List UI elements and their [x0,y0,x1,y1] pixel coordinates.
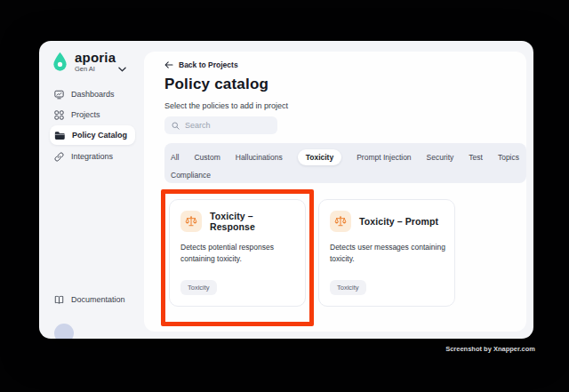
card-tag: Toxicity [180,280,217,295]
sidebar-item-label: Policy Catalog [72,131,127,140]
tab-prompt-injection[interactable]: Prompt Injection [357,153,411,162]
sidebar-item-projects[interactable]: Projects [50,105,135,124]
sidebar-item-label: Integrations [71,152,113,161]
tab-hallucinations[interactable]: Hallucinations [236,153,283,162]
card-description: Detects user messages containing toxicit… [330,242,445,265]
scales-icon [330,211,351,232]
app-window: aporia Gen AI Dashboards [39,41,533,339]
tab-custom[interactable]: Custom [194,153,220,162]
folder-icon [54,131,65,140]
scales-icon [180,211,202,232]
policy-card-toxicity-prompt[interactable]: Toxicity – Prompt Detects user messages … [318,199,455,307]
page-title: Policy catalog [164,76,268,93]
aporia-logo-icon [52,50,68,73]
tab-compliance[interactable]: Compliance [171,171,211,180]
tab-all[interactable]: All [171,153,179,162]
back-to-projects-link[interactable]: Back to Projects [164,60,238,69]
sidebar-item-label: Documentation [71,295,125,304]
card-tag: Toxicity [330,280,366,295]
tab-security[interactable]: Security [427,153,454,162]
arrow-left-icon [164,61,173,68]
sidebar-item-dashboards[interactable]: Dashboards [50,84,135,104]
search-icon [172,122,180,130]
sidebar-item-integrations[interactable]: Integrations [50,147,135,166]
tab-toxicity[interactable]: Toxicity [298,149,342,165]
card-description: Detects potential responses containing t… [180,242,296,265]
projects-icon [54,110,64,120]
brand-name: aporia [75,50,126,65]
sidebar-item-policy-catalog[interactable]: Policy Catalog [50,125,135,145]
tab-test[interactable]: Test [469,153,483,162]
back-link-label: Back to Projects [179,60,238,69]
category-tabs: All Custom Hallucinations Toxicity Promp… [164,143,526,183]
book-icon [54,295,64,305]
sidebar-item-label: Dashboards [71,90,115,99]
tab-topics[interactable]: Topics [498,153,519,162]
brand-block[interactable]: aporia Gen AI [52,50,126,73]
dashboards-icon [54,90,64,100]
card-title: Toxicity – Prompt [359,216,438,227]
avatar[interactable] [54,324,74,339]
chevron-down-icon[interactable] [118,67,126,72]
search-box[interactable] [164,116,277,134]
card-title: Toxicity – Response [210,211,300,232]
sidebar-item-label: Projects [71,110,100,119]
policy-card-toxicity-response[interactable]: Toxicity – Response Detects potential re… [169,199,306,307]
screenshot-stage: aporia Gen AI Dashboards [0,0,569,392]
sidebar-item-documentation[interactable]: Documentation [50,290,135,309]
page-subtitle: Select the policies to add in project [164,101,288,110]
link-icon [54,152,64,162]
main-panel: Back to Projects Policy catalog Select t… [144,52,526,332]
search-input[interactable] [185,121,265,130]
workspace-name: Gen AI [75,65,95,73]
watermark-text: Screenshot by Xnapper.com [445,345,535,353]
